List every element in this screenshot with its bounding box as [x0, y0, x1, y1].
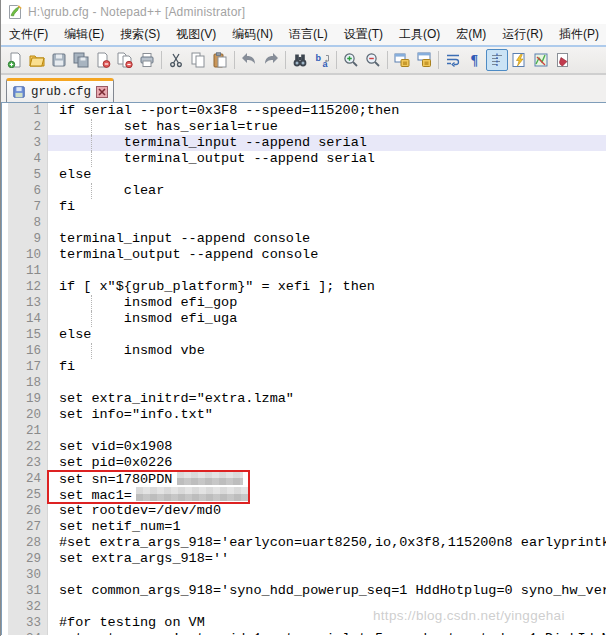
menu-item-8[interactable]: 工具(O) [391, 23, 448, 46]
zoom-in-icon[interactable] [340, 49, 362, 71]
code-line-25[interactable]: set mac1= [48, 487, 606, 503]
undo-icon[interactable] [238, 49, 260, 71]
line-number: 14 [8, 311, 41, 327]
menu-item-1[interactable]: 文件(F) [1, 23, 56, 46]
indent-guide-line [91, 183, 92, 199]
code-text: fi [59, 199, 75, 214]
censored-mosaic [177, 471, 243, 485]
code-line-19[interactable]: set extra_initrd="extra.lzma" [48, 391, 606, 407]
saved-file-icon [12, 85, 26, 99]
menu-item-9[interactable]: 宏(M) [448, 23, 494, 46]
code-line-7[interactable]: fi [48, 199, 606, 215]
menu-item-6[interactable]: 语言(L) [281, 23, 336, 46]
code-line-13[interactable]: insmod efi_gop [48, 295, 606, 311]
code-line-2[interactable]: set has_serial=true [48, 119, 606, 135]
zoom-out-icon[interactable] [362, 49, 384, 71]
toolbar-separator [336, 51, 337, 69]
code-line-17[interactable]: fi [48, 359, 606, 375]
document-map-icon[interactable] [530, 49, 552, 71]
open-file-icon[interactable] [26, 49, 48, 71]
replace-icon[interactable]: ba [311, 49, 333, 71]
censored-mosaic [136, 487, 248, 501]
line-number: 7 [8, 199, 41, 215]
sync-scroll-vertical-icon[interactable] [391, 49, 413, 71]
word-wrap-icon[interactable] [442, 49, 464, 71]
toolbar-separator [285, 51, 286, 69]
close-icon[interactable] [92, 49, 114, 71]
code-text: terminal_output --append serial [59, 151, 375, 166]
toolbar-separator [234, 51, 235, 69]
function-list-icon[interactable] [508, 49, 530, 71]
code-line-18[interactable] [48, 375, 606, 391]
code-line-24[interactable]: set sn=1780PDN [48, 471, 606, 487]
print-icon[interactable] [136, 49, 158, 71]
menu-item-11[interactable]: 插件(P) [551, 23, 606, 46]
menu-item-5[interactable]: 编码(N) [224, 23, 281, 46]
code-line-31[interactable]: set common_args_918='syno_hdd_powerup_se… [48, 583, 606, 599]
menu-item-3[interactable]: 搜索(S) [112, 23, 168, 46]
code-text: set extra_args_918='' [59, 551, 229, 566]
code-line-11[interactable] [48, 263, 606, 279]
menu-item-4[interactable]: 视图(V) [168, 23, 224, 46]
find-icon[interactable] [289, 49, 311, 71]
code-line-3[interactable]: terminal_input --append serial [48, 135, 606, 151]
code-text: else [59, 167, 91, 182]
code-text: set sata_args='sata_uid=1 sata_pcislot=5… [59, 631, 606, 635]
code-line-26[interactable]: set rootdev=/dev/md0 [48, 503, 606, 519]
macro-playback-icon[interactable] [552, 49, 574, 71]
redo-icon[interactable] [260, 49, 282, 71]
code-line-4[interactable]: terminal_output --append serial [48, 151, 606, 167]
code-line-14[interactable]: insmod efi_uga [48, 311, 606, 327]
code-line-10[interactable]: terminal_output --append console [48, 247, 606, 263]
show-all-characters-icon[interactable]: ¶ [464, 49, 486, 71]
code-line-30[interactable] [48, 567, 606, 583]
code-text: clear [59, 183, 164, 198]
tab-close-icon[interactable] [96, 86, 108, 98]
code-line-1[interactable]: if serial --port=0x3F8 --speed=115200;th… [48, 103, 606, 119]
code-line-27[interactable]: set netif_num=1 [48, 519, 606, 535]
line-number: 6 [8, 183, 41, 199]
code-text: terminal_output --append console [59, 247, 318, 262]
line-number: 1 [8, 103, 41, 119]
line-number-gutter[interactable]: 1234567891011121314151617181920212223242… [8, 103, 48, 635]
editor: 1234567891011121314151617181920212223242… [1, 103, 606, 635]
code-line-28[interactable]: #set extra_args_918='earlycon=uart8250,i… [48, 535, 606, 551]
line-number: 23 [8, 455, 41, 471]
code-line-9[interactable]: terminal_input --append console [48, 231, 606, 247]
code-line-22[interactable]: set vid=0x1908 [48, 439, 606, 455]
code-area[interactable]: if serial --port=0x3F8 --speed=115200;th… [48, 103, 606, 635]
code-line-20[interactable]: set info="info.txt" [48, 407, 606, 423]
tab-grub-cfg[interactable]: grub.cfg [6, 78, 114, 102]
sync-scroll-horizontal-icon[interactable] [413, 49, 435, 71]
code-line-29[interactable]: set extra_args_918='' [48, 551, 606, 567]
code-text: set rootdev=/dev/md0 [59, 503, 221, 518]
menu-item-7[interactable]: 设置(T) [336, 23, 391, 46]
code-line-21[interactable] [48, 423, 606, 439]
code-line-8[interactable] [48, 215, 606, 231]
indent-guide-icon[interactable] [486, 49, 508, 71]
paste-icon[interactable] [209, 49, 231, 71]
code-line-15[interactable]: else [48, 327, 606, 343]
cut-icon[interactable] [165, 49, 187, 71]
tab-bar: grub.cfg [1, 74, 606, 103]
code-line-34[interactable]: set sata_args='sata_uid=1 sata_pcislot=5… [48, 631, 606, 635]
line-number: 2 [8, 119, 41, 135]
new-file-icon[interactable] [4, 49, 26, 71]
code-line-6[interactable]: clear [48, 183, 606, 199]
menu-item-10[interactable]: 运行(R) [494, 23, 551, 46]
menu-item-2[interactable]: 编辑(E) [56, 23, 112, 46]
line-number: 30 [8, 567, 41, 583]
save-icon[interactable] [48, 49, 70, 71]
save-all-icon[interactable] [70, 49, 92, 71]
line-number: 21 [8, 423, 41, 439]
code-line-12[interactable]: if [ x"${grub_platform}" = xefi ]; then [48, 279, 606, 295]
code-line-5[interactable]: else [48, 167, 606, 183]
code-line-23[interactable]: set pid=0x0226 [48, 455, 606, 471]
indent-guide-line [91, 295, 92, 311]
title-bar: H:\grub.cfg - Notepad++ [Administrator] [1, 0, 606, 24]
copy-icon[interactable] [187, 49, 209, 71]
line-number: 26 [8, 503, 41, 519]
code-text: insmod vbe [59, 343, 205, 358]
code-line-16[interactable]: insmod vbe [48, 343, 606, 359]
close-all-icon[interactable] [114, 49, 136, 71]
